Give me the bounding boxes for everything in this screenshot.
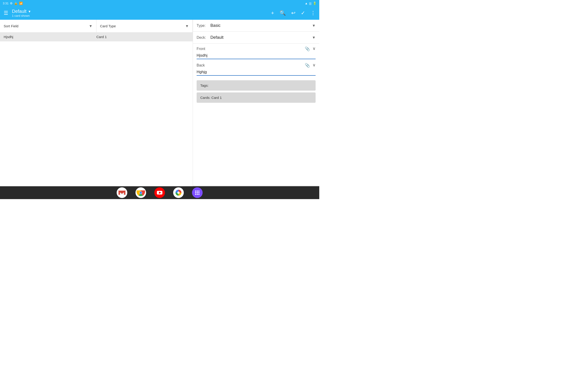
signal-bars-icon: |||	[309, 2, 311, 5]
sort-field-filter[interactable]: Sort Field ▼	[0, 20, 96, 32]
sort-field-label: Sort Field	[4, 24, 89, 28]
status-bar-left: 3:31 ⚙ 🔒 📶	[3, 2, 23, 5]
deck-dropdown-arrow[interactable]: ▼	[28, 10, 31, 13]
editor-section: Front 📎 ∧ Back 📎 ∧	[193, 44, 319, 78]
back-collapse-icon[interactable]: ∧	[313, 63, 316, 68]
front-field-header: Front 📎 ∧	[197, 45, 316, 52]
back-field-header: Back 📎 ∧	[197, 62, 316, 69]
card-type-arrow: ▼	[185, 24, 189, 28]
front-field-actions: 📎 ∧	[305, 46, 316, 51]
youtube-app-icon[interactable]	[154, 187, 165, 198]
search-button[interactable]: 🔍	[279, 10, 286, 16]
type-dropdown-arrow[interactable]: ▼	[312, 24, 316, 28]
app-bar-title: Default ▼ 1 card shown	[12, 9, 271, 17]
left-panel: Sort Field ▼ Card Type ▼ Hjsdhj Card 1	[0, 20, 193, 199]
svg-point-10	[177, 192, 180, 194]
main-content: Sort Field ▼ Card Type ▼ Hjsdhj Card 1 T…	[0, 20, 319, 199]
app-bar: ☰ Default ▼ 1 card shown + 🔍 ↩ ✓ ⋮	[0, 6, 319, 20]
vpn-icon: 🔒	[14, 2, 18, 5]
cards-box: Cards: Card 1	[197, 92, 316, 103]
front-field-input[interactable]	[197, 52, 316, 59]
svg-point-15	[195, 192, 196, 193]
card-list: Hjsdhj Card 1	[0, 33, 193, 199]
card-type-value: Card 1	[96, 35, 189, 39]
signal-icon: 📶	[19, 2, 23, 5]
android-taskbar	[0, 186, 319, 199]
svg-point-17	[199, 192, 199, 193]
type-field-row: Type: Basic ▼	[193, 20, 319, 32]
app-drawer-icon[interactable]	[192, 187, 203, 198]
meta-section: Tags: Cards: Card 1	[193, 78, 319, 106]
deck-title: Default	[12, 9, 26, 14]
deck-dropdown-arrow[interactable]: ▼	[312, 35, 316, 40]
card-front-value: Hjsdhj	[4, 35, 96, 39]
svg-point-16	[197, 192, 198, 193]
add-card-button[interactable]: +	[271, 10, 274, 16]
filter-row: Sort Field ▼ Card Type ▼	[0, 20, 193, 33]
back-attach-icon[interactable]: 📎	[305, 63, 310, 68]
svg-point-13	[197, 191, 198, 192]
svg-point-18	[195, 194, 196, 195]
chrome-app-icon[interactable]	[136, 187, 146, 198]
svg-point-14	[199, 191, 199, 192]
front-field-label: Front	[197, 47, 305, 51]
cards-label: Cards: Card 1	[200, 96, 222, 100]
front-collapse-icon[interactable]: ∧	[313, 46, 316, 51]
table-row[interactable]: Hjsdhj Card 1	[0, 33, 193, 41]
type-value: Basic	[210, 23, 312, 28]
status-bar: 3:31 ⚙ 🔒 📶 ▲ ||| 🔋	[0, 0, 319, 6]
back-field-actions: 📎 ∧	[305, 63, 316, 68]
photos-app-icon[interactable]	[173, 187, 184, 198]
back-field-label: Back	[197, 63, 305, 67]
back-field: Back 📎 ∧	[197, 62, 316, 76]
battery-icon: 🔋	[313, 2, 317, 5]
card-type-filter[interactable]: Card Type ▼	[96, 20, 193, 32]
svg-point-5	[140, 192, 142, 194]
hamburger-menu-button[interactable]: ☰	[4, 10, 8, 16]
settings-icon: ⚙	[10, 2, 13, 5]
type-label: Type:	[197, 24, 210, 28]
back-field-input[interactable]	[197, 69, 316, 76]
app-bar-actions: + 🔍 ↩ ✓ ⋮	[271, 10, 316, 16]
status-bar-right: ▲ ||| 🔋	[305, 2, 317, 5]
sort-field-arrow: ▼	[89, 24, 93, 28]
front-attach-icon[interactable]: 📎	[305, 46, 310, 51]
deck-value: Default	[210, 35, 312, 40]
deck-field-row: Deck: Default ▼	[193, 32, 319, 44]
deck-label: Deck:	[197, 35, 210, 40]
wifi-icon: ▲	[305, 2, 308, 5]
more-options-button[interactable]: ⋮	[311, 10, 316, 16]
tags-label: Tags:	[200, 83, 208, 87]
time-display: 3:31	[3, 2, 9, 5]
svg-point-12	[195, 191, 196, 192]
check-button[interactable]: ✓	[301, 10, 305, 16]
tags-box[interactable]: Tags:	[197, 80, 316, 91]
card-count-subtitle: 1 card shown	[12, 14, 271, 17]
right-panel: Type: Basic ▼ Deck: Default ▼ Front 📎 ∧	[193, 20, 319, 199]
undo-button[interactable]: ↩	[291, 10, 295, 16]
front-field: Front 📎 ∧	[197, 45, 316, 59]
svg-point-20	[199, 194, 199, 195]
card-type-label: Card Type	[100, 24, 185, 28]
gmail-app-icon[interactable]	[117, 187, 127, 198]
svg-point-19	[197, 194, 198, 195]
